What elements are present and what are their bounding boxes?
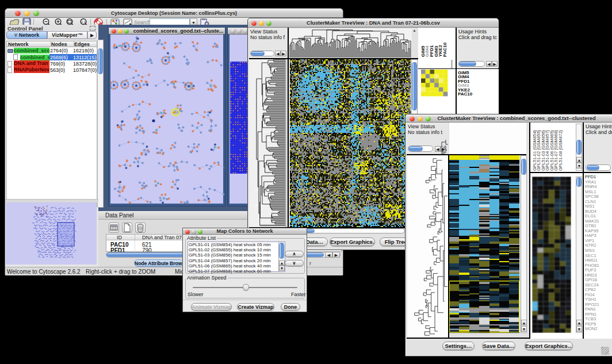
svg-text:1:1: 1:1 — [81, 20, 86, 24]
